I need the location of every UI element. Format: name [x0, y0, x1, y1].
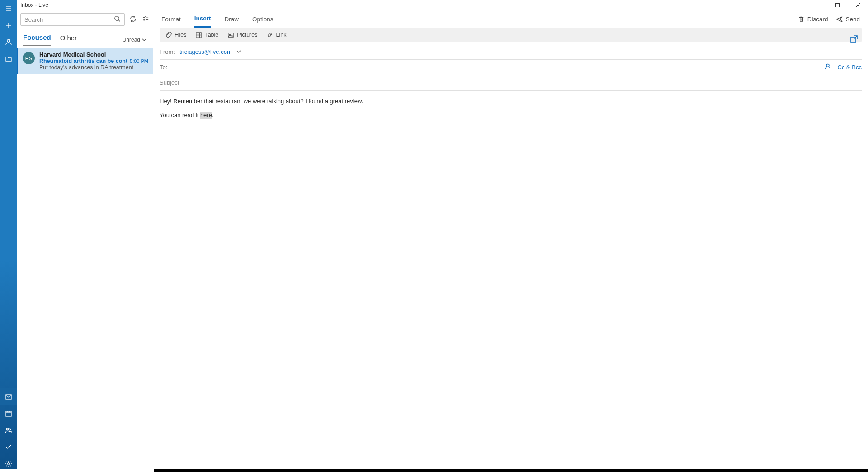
- subject-row[interactable]: [160, 75, 862, 91]
- send-icon: [836, 16, 843, 23]
- insert-pictures-label: Pictures: [237, 32, 257, 38]
- discard-button[interactable]: Discard: [798, 16, 828, 23]
- avatar: HS: [23, 52, 35, 64]
- send-label: Send: [845, 16, 860, 23]
- search-row: [17, 10, 153, 29]
- svg-point-33: [826, 64, 829, 67]
- ribbon-tabs: Format Insert Draw Options Discard Send: [153, 10, 868, 28]
- svg-rect-1: [836, 3, 840, 7]
- cc-bcc-link[interactable]: Cc & Bcc: [838, 64, 862, 71]
- select-mode-icon[interactable]: [142, 15, 149, 24]
- svg-rect-11: [6, 411, 11, 416]
- search-box[interactable]: [20, 13, 125, 26]
- message-time: 5:00 PM: [130, 58, 148, 64]
- mail-app-icon[interactable]: [0, 388, 17, 405]
- folders-icon[interactable]: [0, 50, 17, 67]
- calendar-app-icon[interactable]: [0, 405, 17, 422]
- filter-unread[interactable]: Unread: [123, 37, 146, 43]
- search-input[interactable]: [24, 16, 114, 23]
- link-icon: [266, 32, 273, 38]
- tab-insert[interactable]: Insert: [194, 10, 211, 28]
- insert-link-label: Link: [276, 32, 286, 38]
- window-controls: [807, 0, 868, 10]
- svg-point-17: [7, 462, 9, 465]
- sync-icon[interactable]: [129, 15, 137, 24]
- compose-body[interactable]: Hey! Remember that restaurant we were ta…: [153, 91, 868, 127]
- hamburger-icon[interactable]: [0, 0, 17, 17]
- svg-point-18: [115, 16, 119, 20]
- close-button[interactable]: [848, 0, 868, 10]
- message-item[interactable]: HS Harvard Medical School Rheumatoid art…: [17, 48, 153, 74]
- body-line-1: Hey! Remember that restaurant we were ta…: [160, 97, 862, 106]
- svg-point-16: [9, 429, 11, 430]
- ribbon-commands: Files Table Pictures Link: [160, 28, 862, 42]
- svg-point-15: [6, 428, 8, 429]
- search-icon[interactable]: [114, 15, 121, 24]
- tab-options[interactable]: Options: [252, 11, 274, 27]
- filter-label: Unread: [123, 37, 140, 43]
- svg-point-9: [7, 39, 10, 42]
- picture-icon: [227, 32, 234, 38]
- to-row[interactable]: To: Cc & Bcc: [160, 60, 862, 75]
- insert-pictures[interactable]: Pictures: [224, 30, 261, 40]
- title-bar: Inbox - Live: [17, 0, 868, 10]
- from-value[interactable]: triciagoss@live.com: [179, 48, 232, 55]
- nav-rail: [0, 0, 17, 472]
- table-icon: [195, 32, 202, 38]
- people-picker-icon[interactable]: [824, 63, 831, 72]
- todo-app-icon[interactable]: [0, 439, 17, 455]
- discard-label: Discard: [807, 16, 828, 23]
- tab-focused[interactable]: Focused: [23, 33, 51, 46]
- minimize-button[interactable]: [807, 0, 827, 10]
- popout-icon[interactable]: [850, 35, 858, 45]
- chevron-down-icon: [142, 38, 146, 42]
- message-list-pane: Focused Other Unread HS Harvard Medical …: [17, 10, 153, 472]
- insert-files[interactable]: Files: [161, 30, 190, 40]
- message-sender: Harvard Medical School: [39, 51, 148, 58]
- attachment-icon: [165, 32, 172, 38]
- window-title: Inbox - Live: [20, 2, 48, 8]
- svg-rect-10: [6, 395, 11, 399]
- from-label: From:: [160, 48, 175, 55]
- send-button[interactable]: Send: [836, 16, 860, 23]
- message-subject: Rheumatoid arthritis can be controlle: [39, 58, 127, 64]
- insert-table[interactable]: Table: [192, 30, 222, 40]
- insert-table-label: Table: [205, 32, 218, 38]
- insert-link[interactable]: Link: [263, 30, 290, 40]
- svg-line-19: [118, 20, 120, 21]
- from-row: From: triciagoss@live.com: [160, 44, 862, 60]
- body-selected-text: here: [200, 112, 212, 119]
- body-text: .: [212, 112, 214, 119]
- body-line-2: You can read it here.: [160, 111, 862, 120]
- to-input[interactable]: [172, 64, 824, 71]
- svg-rect-24: [196, 32, 201, 37]
- subject-input[interactable]: [160, 79, 862, 86]
- maximize-button[interactable]: [827, 0, 848, 10]
- tab-other[interactable]: Other: [60, 34, 77, 45]
- message-preview: Put today's advances in RA treatment: [39, 64, 148, 71]
- tab-format[interactable]: Format: [161, 11, 181, 27]
- to-label: To:: [160, 64, 167, 71]
- taskbar-sliver: [0, 469, 868, 472]
- body-text: You can read it: [160, 112, 200, 119]
- people-app-icon[interactable]: [0, 422, 17, 439]
- inbox-tabs: Focused Other Unread: [17, 29, 153, 46]
- accounts-icon[interactable]: [0, 33, 17, 50]
- chevron-down-icon: [236, 49, 241, 54]
- svg-rect-29: [228, 33, 233, 37]
- insert-files-label: Files: [175, 32, 186, 38]
- new-mail-icon[interactable]: [0, 17, 17, 33]
- from-dropdown[interactable]: [236, 48, 241, 55]
- tab-draw[interactable]: Draw: [225, 11, 239, 27]
- compose-pane: Format Insert Draw Options Discard Send …: [153, 10, 868, 472]
- trash-icon: [798, 16, 805, 23]
